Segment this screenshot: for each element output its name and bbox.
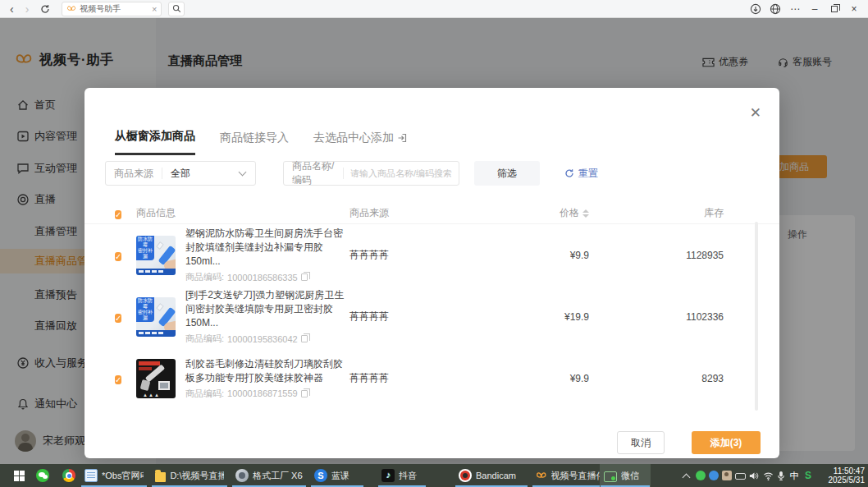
taskbar-app-lanke[interactable]: S 蓝课: [310, 464, 364, 487]
microphone-icon[interactable]: [774, 464, 788, 487]
window-close-button[interactable]: ×: [847, 2, 861, 16]
product-price: ¥9.9: [473, 250, 589, 261]
channels-logo-icon: [536, 470, 547, 482]
browser-bar: ‹ › 视频号助手 × ⋯ – ×: [0, 0, 868, 18]
ime-indicator[interactable]: 中: [788, 464, 801, 487]
confirm-add-button[interactable]: 添加(3): [692, 431, 761, 454]
tray-wechat-icon[interactable]: [694, 464, 706, 487]
folder-icon: [155, 472, 166, 482]
windows-icon: [14, 471, 25, 481]
modal-tabs: 从橱窗添加商品 商品链接导入 去选品中心添加: [115, 129, 407, 155]
product-title: 塑钢泥防水防霉卫生间厨房洗手台密封胶填缝剂美缝封边补漏专用胶150ml...: [185, 227, 349, 269]
source-filter-select[interactable]: 商品来源 全部: [105, 161, 256, 186]
cancel-button[interactable]: 取消: [617, 431, 665, 454]
taskbar-app-weixin-active[interactable]: 微信: [600, 464, 651, 487]
tray-expand-button[interactable]: [679, 464, 692, 487]
price-header-label: 价格: [560, 206, 579, 220]
window-restore-button[interactable]: [827, 2, 842, 16]
taskbar-wechat-button[interactable]: [31, 464, 54, 487]
reset-icon: [564, 168, 574, 178]
product-price: ¥19.9: [473, 311, 589, 323]
product-image: 防水防霉密封补漏: [136, 236, 176, 275]
close-icon[interactable]: ✕: [750, 106, 761, 120]
taskbar-app-label: Bandicam: [476, 471, 516, 480]
taskbar-app-label: 微信: [621, 470, 639, 482]
copy-icon[interactable]: [301, 390, 308, 397]
lanke-icon: S: [314, 469, 327, 482]
screen-share-icon: [604, 471, 617, 482]
column-header-source: 商品来源: [349, 206, 473, 220]
copy-icon[interactable]: [301, 273, 308, 281]
clock-time: 11:50:47: [812, 466, 865, 476]
table-row: ✓ 防水防霉密封补漏 [到手2支送铲刀]强力塑钢泥厨房卫生间密封胶美缝填隙专用厨…: [85, 286, 779, 347]
taskbar-app-label: 格式工厂 X64 ...: [253, 470, 303, 482]
browser-tab[interactable]: 视频号助手 ×: [62, 2, 162, 16]
window-minimize-button[interactable]: –: [807, 2, 822, 16]
taskbar-app-obs-doc[interactable]: *Obs官网电脑...: [80, 464, 148, 487]
filter-button[interactable]: 筛选: [474, 161, 540, 186]
product-image: ▲▲▲: [136, 359, 176, 398]
browser-back-button[interactable]: ‹: [10, 1, 14, 17]
taskbar-app-label: 蓝课: [331, 470, 349, 482]
start-button[interactable]: [7, 464, 31, 487]
product-price: ¥9.9: [473, 373, 589, 384]
chrome-icon: [62, 469, 75, 482]
browser-refresh-button[interactable]: [40, 4, 50, 14]
douyin-icon: ♪: [381, 469, 395, 482]
column-header-price[interactable]: 价格: [473, 206, 589, 220]
product-source: 苒苒苒苒: [349, 248, 473, 262]
tab-goto-selection-center[interactable]: 去选品中心添加: [313, 129, 407, 155]
taskbar-app-folder[interactable]: D:\视频号直播...: [151, 464, 228, 487]
network-icon[interactable]: [761, 464, 774, 487]
download-icon[interactable]: [748, 2, 763, 16]
taskbar-app-label: 抖音: [399, 470, 417, 482]
tab-label: 商品链接导入: [220, 131, 289, 145]
browser-search-button[interactable]: [168, 2, 185, 16]
select-all-checkbox[interactable]: ✓: [115, 210, 121, 219]
search-icon: [172, 4, 181, 13]
tab-label: 从橱窗添加商品: [115, 129, 195, 144]
format-factory-icon: [235, 469, 249, 482]
copy-icon[interactable]: [301, 335, 308, 342]
product-stock: 8293: [589, 373, 724, 384]
row-checkbox[interactable]: ✓: [115, 252, 121, 261]
reset-button[interactable]: 重置: [564, 167, 598, 181]
tab-import-by-link[interactable]: 商品链接导入: [220, 129, 289, 155]
taskbar-app-bandicam[interactable]: Bandicam: [455, 464, 528, 487]
globe-icon[interactable]: [768, 2, 783, 16]
chevron-up-icon: [682, 473, 690, 481]
tray-app-icon[interactable]: [707, 464, 720, 487]
product-source: 苒苒苒苒: [349, 371, 473, 385]
tray-avatar-icon[interactable]: [720, 464, 733, 487]
external-link-icon: [397, 133, 407, 143]
taskbar-app-formatfactory[interactable]: 格式工厂 X64 ...: [231, 464, 307, 487]
sort-icon[interactable]: [582, 209, 589, 218]
taskbar-clock[interactable]: 11:50:47 2025/5/31: [812, 466, 865, 485]
tab-close-icon[interactable]: ×: [152, 4, 157, 14]
product-table: ✓ 防水防霉密封补漏 塑钢泥防水防霉卫生间厨房洗手台密封胶填缝剂美缝封边补漏专用…: [85, 224, 779, 409]
row-checkbox[interactable]: ✓: [115, 314, 121, 323]
taskbar: *Obs官网电脑... D:\视频号直播... 格式工厂 X64 ... S 蓝…: [0, 464, 868, 487]
taskbar-app-label: *Obs官网电脑...: [102, 470, 144, 482]
tab-label: 去选品中心添加: [313, 131, 394, 145]
browser-menu-icon[interactable]: ⋯: [788, 2, 802, 16]
screen: ‹ › 视频号助手 × ⋯ – ×: [0, 0, 868, 487]
column-header-info: 商品信息: [136, 206, 349, 220]
taskbar-app-douyin[interactable]: ♪ 抖音: [377, 464, 427, 487]
tab-add-from-showcase[interactable]: 从橱窗添加商品: [115, 129, 195, 155]
source-filter-value: 全部: [162, 167, 240, 181]
product-title: [到手2支送铲刀]强力塑钢泥厨房卫生间密封胶美缝填隙专用厨卫密封胶150M...: [185, 288, 349, 330]
modal-scrollbar[interactable]: [755, 222, 758, 411]
taskbar-chrome-button[interactable]: [57, 464, 80, 487]
filter-bar: 商品来源 全部 商品名称/编码 请输入商品名称/编码搜索 筛选 重置: [105, 161, 598, 186]
add-goods-modal: ✕ 从橱窗添加商品 商品链接导入 去选品中心添加 商品来源 全部 商品名称/编码…: [85, 88, 779, 458]
browser-forward-button[interactable]: ›: [25, 1, 30, 17]
tray-device-icon[interactable]: [733, 464, 747, 487]
volume-icon[interactable]: [747, 464, 760, 487]
wechat-icon: [36, 469, 49, 482]
name-search-input[interactable]: 商品名称/编码 请输入商品名称/编码搜索: [283, 161, 459, 186]
column-header-stock: 库存: [589, 206, 724, 220]
taskbar-app-label: D:\视频号直播...: [170, 470, 224, 482]
row-checkbox[interactable]: ✓: [115, 375, 121, 384]
reset-label: 重置: [578, 167, 598, 181]
